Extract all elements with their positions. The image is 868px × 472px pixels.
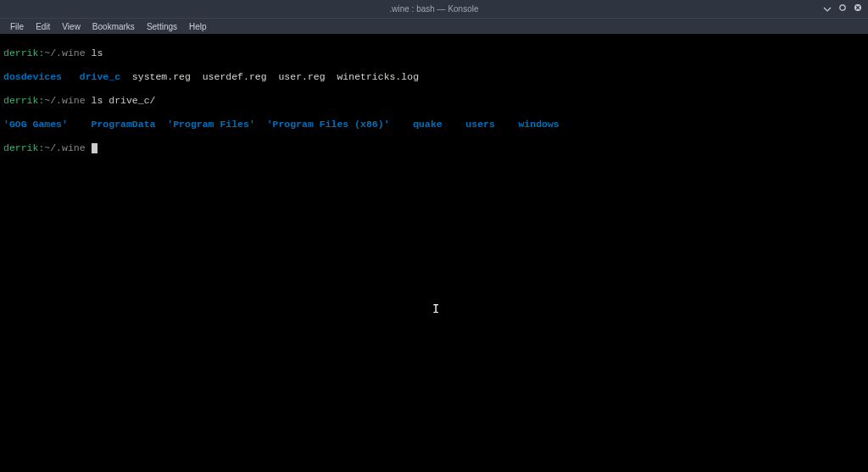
menu-file[interactable]: File (5, 20, 29, 33)
window-controls (822, 3, 863, 13)
ls-file: system.reg (132, 71, 191, 82)
prompt-user: derrik: (3, 142, 44, 153)
terminal-output[interactable]: derrik:~/.wine ls dosdevices drive_c sys… (0, 34, 868, 472)
window-title: .wine : bash — Konsole (389, 4, 478, 14)
terminal-line: dosdevices drive_c system.reg userdef.re… (3, 71, 865, 83)
prompt-path: ~/.wine (44, 47, 85, 58)
command-text: ls drive_c/ (86, 95, 156, 106)
menu-settings[interactable]: Settings (142, 20, 182, 33)
terminal-line: derrik:~/.wine ls (3, 47, 865, 59)
text-cursor-icon: I (432, 303, 439, 315)
prompt-user: derrik: (3, 95, 44, 106)
command-text: ls (86, 47, 103, 58)
ls-file: userdef.reg (203, 71, 267, 82)
terminal-line: derrik:~/.wine (3, 142, 865, 154)
menu-edit[interactable]: Edit (31, 20, 55, 33)
ls-dir: 'GOG Games' (3, 119, 68, 130)
prompt-user: derrik: (3, 47, 44, 58)
ls-file: winetricks.log (337, 71, 419, 82)
terminal-line: 'GOG Games' ProgramData 'Program Files' … (3, 119, 865, 130)
ls-dir: windows (513, 119, 559, 130)
ls-dir: 'Program Files (x86)' (267, 119, 390, 130)
ls-dir: ProgramData (86, 119, 156, 130)
ls-dir: quake (407, 119, 442, 130)
menu-bookmarks[interactable]: Bookmarks (87, 20, 140, 33)
ls-dir: users (459, 119, 494, 130)
menu-view[interactable]: View (57, 20, 86, 33)
ls-dir: dosdevices (3, 71, 62, 82)
minimize-icon[interactable] (822, 3, 832, 13)
ls-file: user.reg (278, 71, 325, 82)
prompt-path: ~/.wine (44, 95, 85, 106)
close-icon[interactable] (853, 3, 863, 13)
terminal-line: derrik:~/.wine ls drive_c/ (3, 95, 865, 107)
prompt-path: ~/.wine (44, 142, 85, 153)
terminal-cursor-icon (92, 143, 97, 153)
titlebar: .wine : bash — Konsole (0, 0, 868, 19)
maximize-icon[interactable] (837, 3, 848, 13)
menubar: File Edit View Bookmarks Settings Help (0, 19, 868, 34)
menu-help[interactable]: Help (184, 20, 212, 33)
ls-dir: drive_c (80, 71, 120, 82)
ls-dir: 'Program Files' (167, 119, 255, 130)
command-text (86, 142, 92, 153)
svg-point-0 (840, 5, 845, 10)
